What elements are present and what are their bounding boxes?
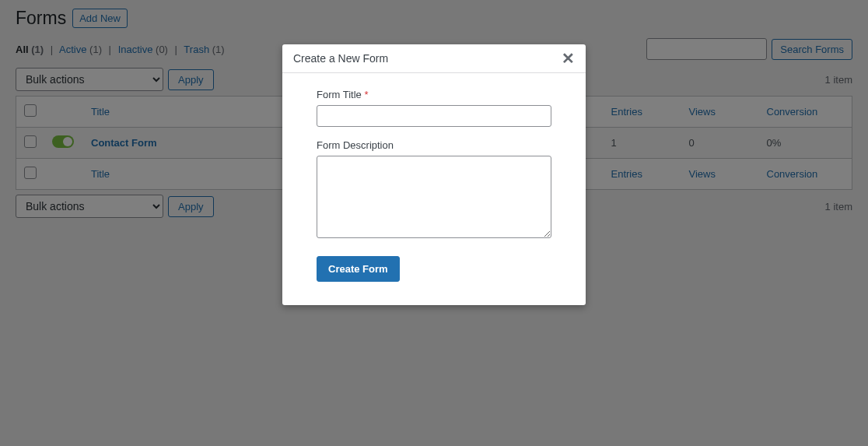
form-title-label-text: Form Title xyxy=(317,89,362,100)
form-description-label: Form Description xyxy=(317,139,551,151)
modal-title: Create a New Form xyxy=(293,52,388,65)
form-description-input[interactable] xyxy=(317,156,551,238)
close-icon[interactable]: ✕ xyxy=(562,51,575,66)
modal-body: Form Title * Form Description Create For… xyxy=(282,73,586,305)
create-form-modal: Create a New Form ✕ Form Title * Form De… xyxy=(282,44,586,305)
form-title-label: Form Title * xyxy=(317,89,551,100)
required-marker: * xyxy=(364,89,368,100)
modal-overlay[interactable]: Create a New Form ✕ Form Title * Form De… xyxy=(0,0,868,446)
form-title-field: Form Title * xyxy=(317,89,551,127)
modal-header: Create a New Form ✕ xyxy=(282,44,586,73)
form-title-input[interactable] xyxy=(317,105,551,127)
form-description-field: Form Description xyxy=(317,139,551,241)
create-form-button[interactable]: Create Form xyxy=(317,256,400,282)
